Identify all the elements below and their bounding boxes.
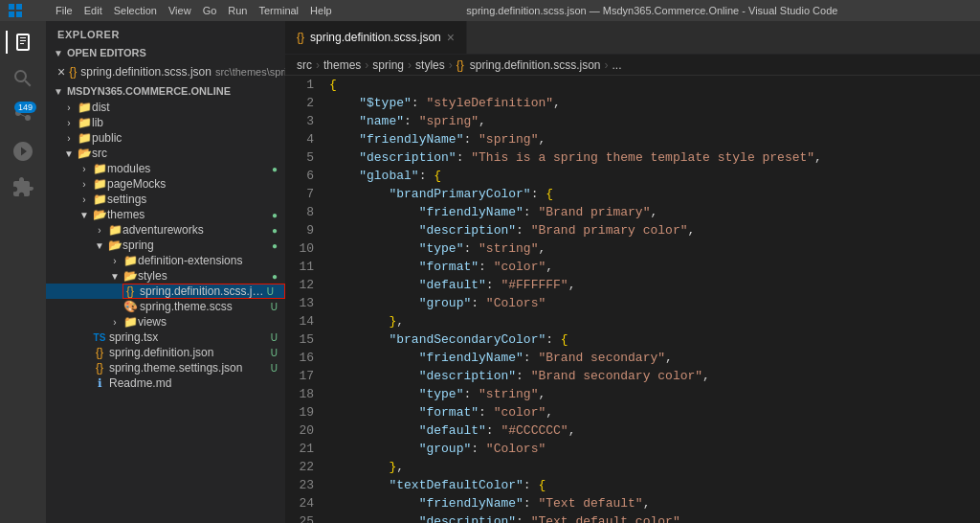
- spring-tsx-label: spring.tsx: [109, 330, 271, 344]
- tree-item-modules[interactable]: › 📁 modules ●: [46, 161, 285, 176]
- source-control-activity-icon[interactable]: 149: [6, 98, 40, 132]
- tree-item-spring-def-scss[interactable]: {} spring.definition.scss.json U: [46, 284, 285, 299]
- pagemocks-label: pageMocks: [107, 177, 285, 191]
- tree-item-adventureworks[interactable]: › 📁 adventureworks ●: [46, 222, 285, 238]
- window-title: spring.definition.scss.json — Msdyn365.C…: [466, 5, 837, 16]
- spring-theme-settings-label: spring.theme.settings.json: [109, 361, 271, 375]
- styles-label: styles: [138, 269, 272, 283]
- menu-run[interactable]: Run: [228, 5, 247, 16]
- open-editors-header[interactable]: ▼ OPEN EDITORS: [46, 44, 285, 61]
- tree-item-spring-def-scss-container: {} spring.definition.scss.json U: [46, 284, 285, 299]
- menu-bar[interactable]: File Edit Selection View Go Run Terminal…: [56, 5, 332, 16]
- views-label: views: [138, 315, 285, 329]
- styles-folder-icon: 📂: [122, 269, 138, 283]
- tree-item-spring-tsx[interactable]: TS spring.tsx U: [46, 330, 285, 345]
- pagemocks-chevron-icon: ›: [77, 179, 92, 190]
- views-folder-icon: 📁: [122, 315, 138, 329]
- lib-folder-icon: 📁: [77, 116, 92, 129]
- menu-view[interactable]: View: [168, 5, 191, 16]
- code-editor[interactable]: { "$type": "styleDefinition", "name": "s…: [322, 76, 980, 523]
- root-label: MSDYN365.COMMERCE.ONLINE: [67, 85, 231, 97]
- public-chevron-icon: ›: [61, 133, 77, 144]
- root-section-header[interactable]: ▼ MSDYN365.COMMERCE.ONLINE: [46, 82, 285, 100]
- tab-spring-def-scss[interactable]: {} spring.definition.scss.json ×: [285, 21, 467, 54]
- menu-go[interactable]: Go: [203, 5, 217, 16]
- open-editor-item[interactable]: × {} spring.definition.scss.json src\the…: [46, 63, 285, 80]
- settings-folder-chevron-icon: ›: [77, 194, 92, 205]
- spring-def-json-icon: {}: [92, 346, 107, 359]
- def-ext-folder-icon: 📁: [122, 254, 138, 267]
- breadcrumb-filename[interactable]: spring.definition.scss.json: [470, 58, 601, 72]
- def-ext-chevron-icon: ›: [107, 256, 122, 266]
- settings-label: settings: [107, 193, 285, 206]
- menu-edit[interactable]: Edit: [84, 5, 102, 16]
- svg-rect-1: [16, 4, 22, 10]
- debug-activity-icon[interactable]: [6, 134, 40, 169]
- tree-item-spring-theme-scss[interactable]: 🎨 spring.theme.scss U: [46, 299, 285, 314]
- spring-status: ●: [272, 240, 278, 251]
- sidebar-scroll[interactable]: ▼ OPEN EDITORS × {} spring.definition.sc…: [46, 44, 285, 523]
- search-activity-icon[interactable]: [6, 61, 40, 96]
- tree-item-settings[interactable]: › 📁 settings: [46, 192, 285, 207]
- open-editor-filename: spring.definition.scss.json: [80, 65, 212, 79]
- svg-rect-2: [9, 11, 14, 17]
- modules-label: modules: [107, 162, 272, 175]
- tree-item-dist[interactable]: › 📁 dist: [46, 100, 285, 115]
- tab-json-icon: {}: [297, 31, 304, 44]
- breadcrumb-ellipsis[interactable]: ...: [612, 58, 621, 72]
- close-editor-icon[interactable]: ×: [57, 64, 65, 80]
- breadcrumb-src[interactable]: src: [297, 58, 312, 72]
- breadcrumb-sep3: ›: [408, 58, 412, 72]
- public-label: public: [92, 131, 285, 145]
- tree-item-spring-def-json[interactable]: {} spring.definition.json U: [46, 345, 285, 360]
- tree-item-definition-extensions[interactable]: › 📁 definition-extensions: [46, 253, 285, 268]
- breadcrumb-themes[interactable]: themes: [323, 58, 361, 72]
- menu-terminal[interactable]: Terminal: [259, 5, 300, 16]
- tab-label: spring.definition.scss.json: [310, 31, 441, 44]
- adventureworks-status: ●: [272, 225, 278, 236]
- styles-status: ●: [272, 271, 278, 282]
- spring-label: spring: [122, 239, 272, 252]
- breadcrumb-styles[interactable]: styles: [415, 58, 445, 72]
- tree-item-styles[interactable]: ▼ 📂 styles ●: [46, 268, 285, 284]
- menu-help[interactable]: Help: [310, 5, 332, 16]
- menu-selection[interactable]: Selection: [114, 5, 157, 16]
- json-file-icon: {}: [69, 65, 77, 79]
- tree-item-public[interactable]: › 📁 public: [46, 130, 285, 146]
- tree-item-views[interactable]: › 📁 views: [46, 314, 285, 330]
- line-numbers: 1234567891011121314151617181920212223242…: [285, 76, 322, 523]
- tabs-bar: {} spring.definition.scss.json ×: [285, 21, 980, 55]
- breadcrumb-sep2: ›: [365, 58, 368, 72]
- root-chevron: ▼: [54, 86, 63, 97]
- tree-item-pagemocks[interactable]: › 📁 pageMocks: [46, 176, 285, 192]
- settings-folder-icon: 📁: [92, 193, 107, 206]
- open-editors-list: × {} spring.definition.scss.json src\the…: [46, 61, 285, 82]
- dist-chevron-icon: ›: [61, 102, 77, 113]
- tree-item-spring-theme-settings[interactable]: {} spring.theme.settings.json U: [46, 360, 285, 375]
- spring-tsx-icon: TS: [92, 332, 107, 343]
- breadcrumb: src › themes › spring › styles › {} spri…: [285, 55, 980, 76]
- spring-folder-icon: 📂: [107, 239, 122, 252]
- title-bar: File Edit Selection View Go Run Terminal…: [0, 0, 980, 21]
- activity-bar: 149: [0, 21, 46, 523]
- sidebar: EXPLORER ▼ OPEN EDITORS × {} spring.defi…: [46, 21, 285, 523]
- themes-status: ●: [272, 210, 278, 220]
- modules-chevron-icon: ›: [77, 164, 92, 174]
- menu-file[interactable]: File: [56, 5, 73, 16]
- tab-close-icon[interactable]: ×: [447, 30, 455, 45]
- spring-def-scss-status: U: [267, 286, 274, 297]
- styles-chevron-icon: ▼: [107, 271, 122, 282]
- tree-item-spring[interactable]: ▼ 📂 spring ●: [46, 238, 285, 253]
- open-editors-chevron: ▼: [54, 48, 63, 58]
- breadcrumb-spring[interactable]: spring: [372, 58, 404, 72]
- tree-item-readme[interactable]: ℹ Readme.md: [46, 375, 285, 391]
- tree-item-themes[interactable]: ▼ 📂 themes ●: [46, 207, 285, 222]
- src-chevron-icon: ▼: [61, 148, 77, 159]
- tree-item-lib[interactable]: › 📁 lib: [46, 115, 285, 130]
- files-activity-icon[interactable]: [6, 25, 40, 59]
- tree-item-src[interactable]: ▼ 📂 src: [46, 146, 285, 161]
- editor-content[interactable]: 1234567891011121314151617181920212223242…: [285, 76, 980, 523]
- breadcrumb-sep4: ›: [449, 58, 453, 72]
- adventureworks-chevron-icon: ›: [92, 225, 107, 236]
- extensions-activity-icon[interactable]: [6, 171, 40, 205]
